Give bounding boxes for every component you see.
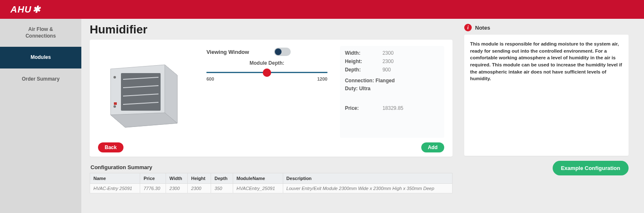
module-card: Viewing Window Module Depth: 600 1200 <box>90 40 453 157</box>
slider-handle[interactable] <box>263 68 271 77</box>
add-button[interactable]: Add <box>421 142 444 152</box>
controls-column: Viewing Window Module Depth: 600 1200 <box>206 46 327 138</box>
back-button[interactable]: Back <box>98 142 123 152</box>
cell-width: 2300 <box>166 184 188 193</box>
config-summary-title: Configuration Summary <box>91 164 448 170</box>
svg-point-9 <box>113 105 116 108</box>
sidebar-item-order-summary[interactable]: Order Summary <box>0 68 81 90</box>
th-description: Description <box>283 173 452 184</box>
module-image <box>98 46 194 138</box>
sidebar-item-modules[interactable]: Modules <box>0 47 81 68</box>
cell-desc: Louver Entry/Exit Module 2300mm Wide x 2… <box>283 184 452 193</box>
price-label: Price: <box>345 105 382 111</box>
price-value: 18329.85 <box>382 105 403 111</box>
width-label: Width: <box>345 50 382 56</box>
duty-value: Duty: Ultra <box>345 85 439 93</box>
info-icon: i <box>464 24 472 31</box>
sidebar: Air Flow & Connections Modules Order Sum… <box>0 19 81 213</box>
cell-height: 2300 <box>188 184 211 193</box>
module-depth-label: Module Depth: <box>206 60 327 66</box>
connection-value: Connection: Flanged <box>345 77 439 85</box>
svg-rect-10 <box>114 102 117 105</box>
width-value: 2300 <box>382 50 394 56</box>
page-title: Humidifier <box>90 23 448 36</box>
th-price: Price <box>140 173 166 184</box>
brand-text: AHU <box>10 4 32 15</box>
table-row[interactable]: HVAC-Entry 25091 7776.30 2300 2300 350 H… <box>90 184 453 193</box>
th-depth: Depth <box>211 173 233 184</box>
slider-max: 1200 <box>317 76 327 81</box>
th-modulename: ModuleName <box>233 173 283 184</box>
notes-title: Notes <box>475 25 490 31</box>
depth-value: 900 <box>382 67 391 73</box>
slider-min: 600 <box>206 76 214 81</box>
app-header: AHU ✱ <box>0 0 644 19</box>
config-summary-table: Name Price Width Height Depth ModuleName… <box>90 173 453 193</box>
notes-column: i Notes This module is responsible for a… <box>457 19 636 213</box>
depth-slider[interactable]: 600 1200 <box>206 68 327 81</box>
th-name: Name <box>90 173 140 184</box>
cell-depth: 350 <box>211 184 233 193</box>
cell-name: HVAC-Entry 25091 <box>90 184 140 193</box>
th-width: Width <box>166 173 188 184</box>
svg-marker-2 <box>111 113 177 127</box>
viewing-window-toggle[interactable] <box>274 48 291 56</box>
th-height: Height <box>188 173 211 184</box>
height-value: 2300 <box>382 58 394 64</box>
spec-panel: Width:2300 Height:2300 Depth:900 Connect… <box>340 46 444 138</box>
height-label: Height: <box>345 58 382 64</box>
example-configuration-button[interactable]: Example Configuration <box>553 161 629 175</box>
main-content: Humidifier <box>81 19 457 213</box>
cell-module: HVACEntry_25091 <box>233 184 283 193</box>
humidifier-3d-icon <box>102 52 190 132</box>
sidebar-item-airflow[interactable]: Air Flow & Connections <box>0 19 81 47</box>
viewing-window-label: Viewing Window <box>206 49 249 55</box>
brand-star-icon: ✱ <box>33 4 40 15</box>
cell-price: 7776.30 <box>140 184 166 193</box>
brand-logo: AHU ✱ <box>10 4 40 15</box>
notes-body: This module is responsible for adding mo… <box>464 35 629 156</box>
svg-point-8 <box>113 76 116 79</box>
toggle-knob-icon <box>275 48 282 55</box>
depth-label: Depth: <box>345 67 382 73</box>
